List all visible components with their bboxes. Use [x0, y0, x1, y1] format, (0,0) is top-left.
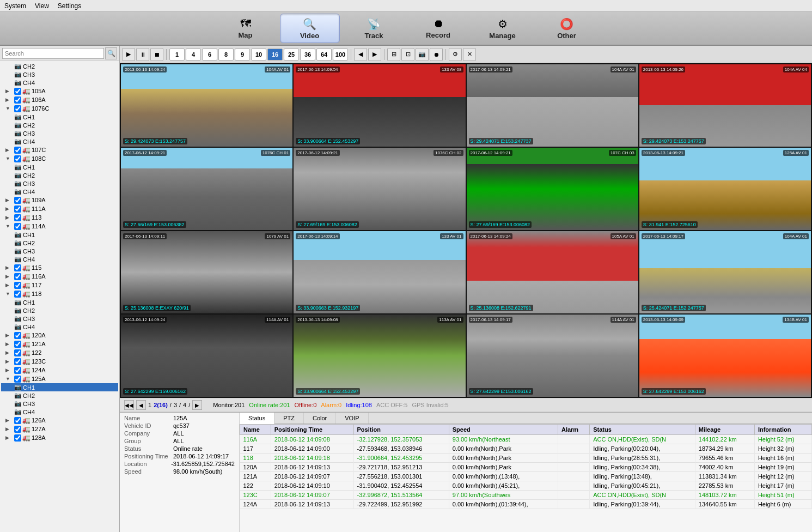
video-cell-c14[interactable]: 2013-06-13 14:09:08113A AV 01S: 33.90066… [294, 315, 465, 397]
layout-64[interactable]: 64 [316, 49, 332, 61]
tree-item-26[interactable]: ▶🚛117 [1, 281, 118, 289]
tree-item-34[interactable]: ▶🚛122 [1, 348, 118, 357]
tree-expand-32[interactable]: ▶ [5, 332, 13, 338]
tree-item-15[interactable]: 📷CH4 [1, 188, 118, 196]
nav-track[interactable]: 📡 Track [344, 14, 404, 43]
tree-check-25[interactable] [14, 273, 21, 280]
tree-item-43[interactable]: ▶🚛127A [1, 425, 118, 433]
tree-expand-19[interactable]: ▼ [5, 223, 13, 229]
tree-check-27[interactable] [14, 291, 21, 298]
nav-map[interactable]: 🗺 Map [216, 14, 276, 43]
tree-expand-10[interactable]: ▶ [5, 147, 13, 153]
tree-item-16[interactable]: ▶🚛109A [1, 196, 118, 204]
tree-item-28[interactable]: 📷CH1 [1, 298, 118, 306]
tree-expand-4[interactable]: ▶ [5, 97, 13, 102]
tree-expand-33[interactable]: ▶ [5, 341, 13, 347]
video-cell-c11[interactable]: 2017-06-13 14:09:24105A AV 01S: 25.13600… [467, 231, 638, 313]
toolbar-close[interactable]: ✕ [463, 48, 476, 61]
tree-expand-11[interactable]: ▼ [5, 156, 13, 161]
tree-item-3[interactable]: ▶🚛105A [1, 87, 118, 95]
tree-item-0[interactable]: 📷CH2 [1, 62, 118, 70]
tree-expand-42[interactable]: ▶ [5, 418, 13, 423]
tree-expand-34[interactable]: ▶ [5, 350, 13, 355]
tree-item-18[interactable]: ▶🚛113 [1, 213, 118, 222]
tree-check-24[interactable] [14, 264, 21, 271]
search-input[interactable] [2, 48, 104, 59]
tree-expand-16[interactable]: ▶ [5, 197, 13, 203]
toolbar-next[interactable]: ▶ [368, 48, 381, 61]
tree-item-42[interactable]: ▶🚛126A [1, 416, 118, 425]
video-cell-c1[interactable]: 2013-06-13 14:09:24104A AV 01S: 29.42407… [121, 64, 292, 147]
tree-item-5[interactable]: ▼🚛1076C [1, 104, 118, 113]
tree-item-41[interactable]: 📷CH4 [1, 408, 118, 416]
video-cell-c8[interactable]: 2013-06-13 14:09:21125A AV 01S: 31.941 E… [639, 148, 811, 230]
tree-check-37[interactable] [14, 376, 21, 383]
tree-check-33[interactable] [14, 341, 21, 348]
tree-expand-17[interactable]: ▶ [5, 206, 13, 211]
toolbar-settings[interactable]: ⚙ [449, 48, 462, 61]
pg-next[interactable]: ▶ [192, 400, 202, 410]
tree-check-17[interactable] [14, 205, 21, 213]
layout-8[interactable]: 8 [218, 49, 234, 61]
table-row-0[interactable]: 116A2018-06-12 14:09:08-32.127928, 152.3… [240, 435, 812, 444]
layout-4[interactable]: 4 [186, 49, 201, 61]
tree-item-19[interactable]: ▼🚛114A [1, 222, 118, 231]
tree-check-42[interactable] [14, 417, 21, 424]
video-cell-c2[interactable]: 2017-06-13 14:09:54133 AV 08S: 33.900664… [294, 64, 465, 147]
tree-check-19[interactable] [14, 223, 21, 230]
search-button[interactable]: 🔍 [105, 47, 117, 59]
tree-check-5[interactable] [14, 105, 21, 112]
video-cell-c6[interactable]: 2017-06-12 14:09:211076C CH 02S: 27.69/1… [294, 148, 465, 230]
tree-check-36[interactable] [14, 367, 21, 374]
menu-settings[interactable]: Settings [58, 2, 81, 10]
video-cell-c10[interactable]: 2017-06-13 14:09:14133 AV 01S: 33.900663… [294, 231, 465, 313]
tree-item-12[interactable]: 📷CH1 [1, 163, 118, 171]
menu-view[interactable]: View [35, 2, 49, 10]
tree-item-35[interactable]: ▶🚛123C [1, 357, 118, 366]
tree-expand-43[interactable]: ▶ [5, 426, 13, 432]
tree-check-44[interactable] [14, 434, 21, 442]
tree-item-24[interactable]: ▶🚛115 [1, 263, 118, 272]
nav-manage[interactable]: ⚙ Manage [473, 14, 533, 43]
tree-check-11[interactable] [14, 155, 21, 162]
table-row-6[interactable]: 123C2018-06-12 14:09:07-32.996872, 151.5… [240, 491, 812, 500]
tab-color[interactable]: Color [304, 413, 336, 424]
tree-item-1[interactable]: 📷CH3 [1, 70, 118, 78]
tree-item-14[interactable]: 📷CH3 [1, 179, 118, 188]
tree-expand-25[interactable]: ▶ [5, 274, 13, 279]
toolbar-prev[interactable]: ◀ [354, 48, 367, 61]
tree-item-31[interactable]: 📷CH4 [1, 323, 118, 331]
tree-item-10[interactable]: ▶🚛107C [1, 146, 118, 154]
video-cell-c16[interactable]: 2013-06-13 14:09:09134B AV 01S: 27.64229… [639, 315, 811, 397]
layout-36[interactable]: 36 [300, 49, 315, 61]
tree-item-30[interactable]: 📷CH3 [1, 315, 118, 323]
video-cell-c9[interactable]: 2017-06-13 14:09:111079 AV 01S: 25.13600… [121, 231, 292, 313]
tree-check-32[interactable] [14, 332, 21, 339]
tree-expand-5[interactable]: ▼ [5, 106, 13, 111]
tree-expand-24[interactable]: ▶ [5, 265, 13, 270]
layout-10[interactable]: 10 [251, 49, 266, 61]
table-row-4[interactable]: 121A2018-06-12 14:09:07-27.556218, 153.0… [240, 472, 812, 481]
layout-16[interactable]: 16 [267, 49, 283, 61]
tab-voip[interactable]: VOIP [336, 413, 368, 424]
tree-item-32[interactable]: ▶🚛120A [1, 331, 118, 340]
tree-expand-18[interactable]: ▶ [5, 215, 13, 220]
tree-item-27[interactable]: ▼🚛118 [1, 289, 118, 298]
tree-expand-27[interactable]: ▼ [5, 291, 13, 297]
menu-system[interactable]: System [4, 2, 26, 10]
tree-expand-35[interactable]: ▶ [5, 359, 13, 364]
tree-item-37[interactable]: ▼🚛125A [1, 374, 118, 383]
toolbar-play[interactable]: ▶ [122, 48, 135, 61]
tree-item-17[interactable]: ▶🚛111A [1, 204, 118, 213]
tree-check-18[interactable] [14, 214, 21, 221]
table-row-1[interactable]: 1172018-06-12 14:09:00-27.593468, 153.03… [240, 444, 812, 454]
nav-record[interactable]: ⏺ Record [408, 14, 468, 43]
tree-check-26[interactable] [14, 282, 21, 289]
toolbar-record[interactable]: ⏺ [430, 48, 443, 61]
tree-item-13[interactable]: 📷CH2 [1, 171, 118, 179]
table-row-5[interactable]: 1222018-06-12 14:09:10-31.900402, 152.45… [240, 481, 812, 491]
video-cell-c12[interactable]: 2017-06-13 14:09:17104A AV 01S: 25.42407… [639, 231, 811, 313]
table-row-3[interactable]: 120A2018-06-12 14:09:13-29.721718, 152.9… [240, 463, 812, 472]
tree-item-6[interactable]: 📷CH1 [1, 113, 118, 121]
pg-prev[interactable]: ◀ [136, 400, 146, 410]
